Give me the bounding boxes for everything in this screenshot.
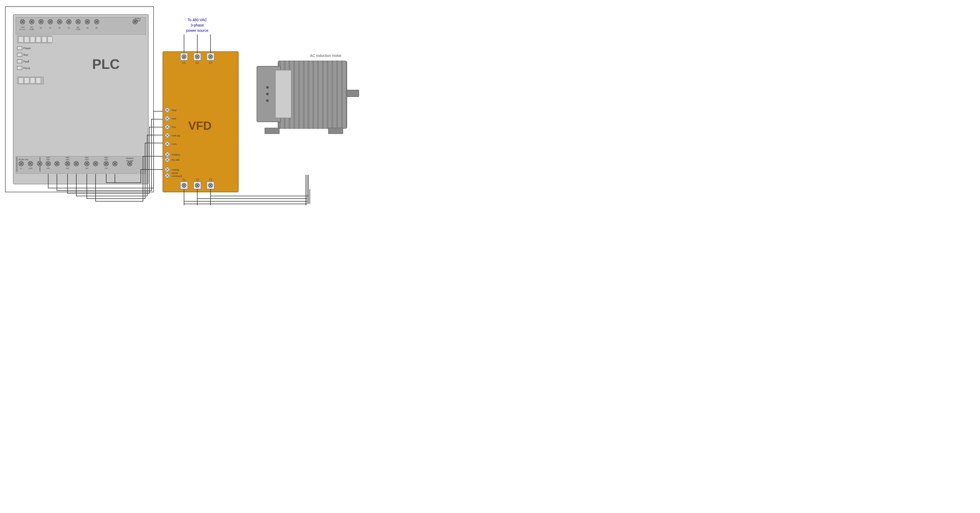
wiring-diagram: +24V DC OUT DC COM I/0 I/1 I/2 I/3 DC [0,0,392,205]
svg-text:O/0: O/0 [47,167,49,169]
svg-rect-51 [36,37,41,42]
svg-rect-250 [275,70,291,118]
svg-text:power source: power source [186,28,208,33]
svg-text:O/1: O/1 [66,167,69,169]
svg-text:T2: T2 [196,178,199,182]
svg-rect-248 [265,128,279,134]
svg-point-3 [20,19,25,24]
svg-point-8 [29,19,34,24]
svg-text:O/3: O/3 [105,167,108,169]
svg-point-122 [127,161,132,166]
svg-line-15 [40,21,42,23]
svg-rect-241 [338,61,341,129]
svg-rect-56 [17,53,22,56]
svg-line-78 [29,163,32,165]
svg-line-14 [40,21,42,23]
svg-line-174 [166,158,169,161]
svg-text:VFD: VFD [188,119,212,132]
svg-point-86 [46,161,51,166]
svg-point-76 [28,161,33,166]
svg-point-34 [85,19,90,24]
svg-rect-198 [207,182,214,189]
svg-text:L3: L3 [209,61,212,64]
svg-line-123 [129,163,131,165]
svg-text:PLC: PLC [92,56,120,72]
svg-point-154 [165,116,170,121]
svg-line-40 [95,21,98,23]
svg-text:command: command [172,175,182,177]
svg-line-190 [183,184,185,187]
svg-line-180 [166,168,169,171]
svg-rect-230 [285,61,289,129]
svg-rect-2 [16,17,146,34]
svg-point-162 [165,133,170,138]
svg-text:To 480 VAC: To 480 VAC [188,18,207,22]
svg-point-80 [37,161,42,166]
svg-point-42 [133,19,137,24]
svg-line-22 [58,21,61,23]
svg-text:L1: L1 [20,167,22,169]
svg-text:VAC: VAC [66,156,69,158]
svg-rect-67 [36,78,41,83]
svg-rect-47 [17,36,52,43]
svg-line-175 [166,158,169,161]
svg-text:I/0: I/0 [40,27,42,29]
svg-text:Rvs: Rvs [172,126,176,129]
svg-rect-133 [163,52,238,192]
svg-rect-237 [319,61,322,129]
svg-rect-249 [328,128,343,134]
svg-point-113 [104,161,108,166]
svg-text:Analog: Analog [172,169,179,171]
svg-line-200 [209,184,212,187]
svg-rect-52 [42,37,47,42]
svg-point-181 [165,173,170,178]
svg-rect-63 [17,77,44,84]
svg-text:AC induction motor: AC induction motor [310,54,341,58]
svg-rect-239 [328,61,331,129]
svg-line-143 [196,55,199,58]
svg-rect-233 [300,61,303,129]
svg-rect-0 [5,6,154,192]
svg-line-159 [166,126,169,128]
svg-point-245 [266,93,269,96]
svg-line-88 [47,163,49,165]
svg-line-44 [134,21,136,23]
svg-rect-69 [17,157,17,172]
svg-point-189 [182,183,186,188]
svg-line-183 [166,174,169,177]
svg-rect-65 [24,78,29,83]
svg-line-74 [20,163,22,165]
svg-line-201 [209,184,212,187]
svg-line-163 [166,134,169,137]
svg-rect-49 [24,37,29,42]
svg-text:I/1: I/1 [49,27,51,29]
svg-point-146 [208,54,213,59]
svg-line-87 [47,163,49,165]
svg-point-136 [182,54,186,59]
svg-text:Force: Force [23,67,30,70]
svg-point-166 [165,142,170,146]
svg-line-118 [114,163,116,165]
svg-text:VAC: VAC [104,156,108,158]
svg-rect-193 [194,182,201,189]
svg-line-115 [105,163,108,165]
svg-text:COM: COM [76,28,81,30]
svg-line-5 [21,21,24,23]
svg-text:Fault: Fault [23,60,29,63]
svg-text:T3: T3 [209,178,212,182]
svg-text:L2/N: L2/N [29,167,33,169]
svg-line-9 [30,21,33,23]
svg-line-19 [49,21,52,23]
svg-point-199 [208,183,213,188]
svg-text:Power: Power [23,47,31,50]
svg-line-35 [86,21,89,23]
svg-line-30 [77,21,80,23]
svg-line-100 [75,163,78,165]
svg-rect-236 [314,61,317,129]
svg-text:O/2: O/2 [85,167,88,169]
svg-line-10 [30,21,33,23]
svg-point-95 [65,161,70,166]
svg-point-117 [113,161,117,166]
svg-line-31 [77,21,80,23]
svg-line-96 [66,163,69,165]
